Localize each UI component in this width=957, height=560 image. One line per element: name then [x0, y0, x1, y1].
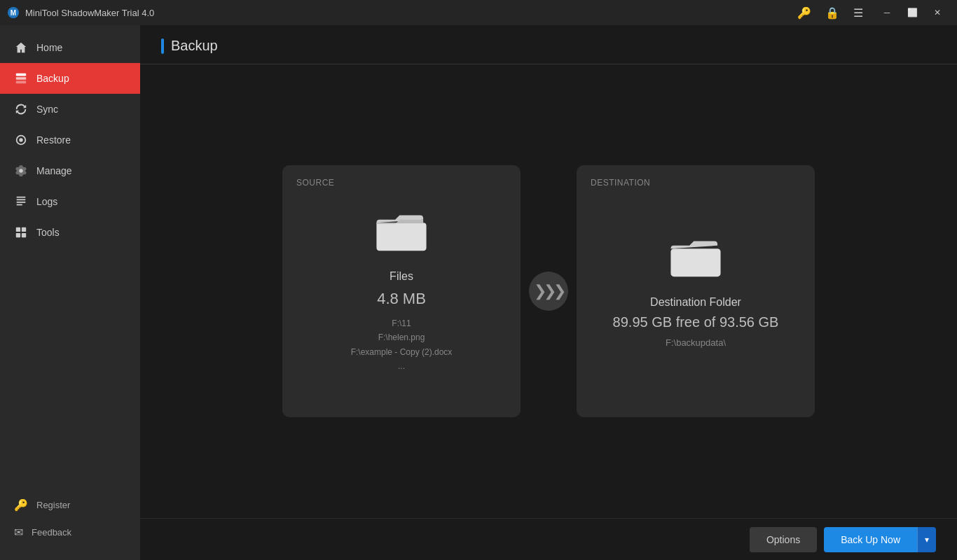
svg-rect-14: [16, 233, 20, 237]
backup-icon: [14, 71, 28, 85]
chevron-down-icon: ▾: [925, 535, 929, 545]
source-file-1: F:\11: [351, 316, 453, 330]
arrow-icon: ❯❯❯: [529, 272, 568, 311]
svg-rect-10: [17, 202, 26, 203]
svg-rect-3: [16, 77, 26, 80]
source-file-ellipsis: ...: [351, 359, 453, 373]
destination-card[interactable]: DESTINATION Destination Folder 89.95 GB …: [577, 165, 815, 417]
destination-folder-icon: [668, 235, 724, 284]
sidebar-item-backup[interactable]: Backup: [0, 63, 140, 94]
app-logo: M: [7, 6, 20, 19]
page-header: Backup: [140, 25, 957, 64]
source-folder-icon: [373, 209, 429, 258]
sidebar-item-logs-label: Logs: [36, 196, 57, 207]
backup-now-button[interactable]: Back Up Now: [824, 527, 917, 552]
sidebar-item-manage-label: Manage: [36, 165, 72, 176]
app-layout: Home Backup Sync: [0, 25, 957, 560]
register-label: Register: [36, 500, 70, 510]
svg-rect-15: [22, 233, 26, 237]
sidebar-item-restore-label: Restore: [36, 134, 71, 146]
tools-icon: [14, 225, 28, 239]
source-label: SOURCE: [296, 178, 334, 188]
svg-rect-2: [16, 74, 26, 76]
header-accent: [161, 38, 164, 54]
sidebar-item-sync-label: Sync: [36, 104, 58, 115]
sidebar-bottom: 🔑 Register ✉ Feedback: [0, 484, 140, 560]
arrow-connector: ❯❯❯: [521, 272, 577, 311]
svg-rect-13: [22, 227, 26, 232]
sidebar-item-register[interactable]: 🔑 Register: [0, 491, 140, 519]
svg-point-6: [19, 138, 22, 141]
sidebar-item-backup-label: Backup: [36, 73, 69, 84]
sidebar-item-logs[interactable]: Logs: [0, 186, 140, 217]
svg-rect-16: [670, 248, 720, 276]
source-file-2: F:\helen.png: [351, 330, 453, 344]
svg-rect-12: [16, 227, 20, 232]
source-type-label: Files: [390, 270, 413, 283]
home-icon: [14, 41, 28, 55]
source-file-3: F:\example - Copy (2).docx: [351, 345, 453, 359]
window-controls: ─ ⬜ ✕: [874, 0, 950, 25]
sidebar-item-sync[interactable]: Sync: [0, 94, 140, 125]
lock-icon[interactable]: 🔒: [822, 5, 842, 21]
restore-icon: [14, 133, 28, 147]
destination-path: F:\backupdata\: [666, 337, 726, 348]
titlebar: M MiniTool ShadowMaker Trial 4.0 🔑 🔒 ☰ ─…: [0, 0, 957, 25]
key-icon: 🔑: [14, 498, 28, 512]
source-card[interactable]: SOURCE Files 4.8 MB F:\11 F:\helen.: [282, 165, 521, 417]
backup-content: SOURCE Files 4.8 MB F:\11 F:\helen.: [140, 64, 957, 518]
options-button[interactable]: Options: [750, 527, 817, 552]
svg-rect-4: [16, 81, 26, 84]
footer-bar: Options Back Up Now ▾: [140, 518, 957, 560]
sidebar-item-tools[interactable]: Tools: [0, 217, 140, 248]
source-files: F:\11 F:\helen.png F:\example - Copy (2)…: [351, 316, 453, 374]
page-title: Backup: [171, 38, 218, 54]
svg-rect-11: [17, 204, 22, 206]
destination-type-label: Destination Folder: [650, 296, 741, 309]
svg-rect-8: [17, 197, 26, 198]
destination-label: DESTINATION: [591, 178, 650, 188]
close-button[interactable]: ✕: [925, 0, 950, 25]
nav-items: Home Backup Sync: [0, 25, 140, 484]
logs-icon: [14, 195, 28, 209]
sync-icon: [14, 102, 28, 116]
svg-rect-9: [17, 199, 26, 200]
menu-icon[interactable]: ☰: [851, 5, 866, 21]
sidebar: Home Backup Sync: [0, 25, 140, 560]
manage-icon: [14, 164, 28, 178]
backup-now-dropdown-button[interactable]: ▾: [917, 527, 936, 552]
mail-icon: ✉: [14, 526, 23, 539]
source-size: 4.8 MB: [377, 290, 426, 308]
sidebar-item-restore[interactable]: Restore: [0, 125, 140, 155]
feedback-label: Feedback: [32, 527, 71, 538]
sidebar-item-home-label: Home: [36, 42, 62, 53]
key-icon[interactable]: 🔑: [794, 5, 814, 21]
maximize-button[interactable]: ⬜: [900, 0, 925, 25]
main-content: Backup SOURCE Files 4.8 M: [140, 25, 957, 560]
sidebar-item-feedback[interactable]: ✉ Feedback: [0, 519, 140, 546]
destination-free-size: 89.95 GB free of 93.56 GB: [613, 314, 779, 330]
title-actions: 🔑 🔒 ☰: [794, 5, 866, 21]
backup-now-group: Back Up Now ▾: [824, 527, 936, 552]
app-title: MiniTool ShadowMaker Trial 4.0: [25, 8, 794, 18]
sidebar-item-manage[interactable]: Manage: [0, 155, 140, 186]
svg-text:M: M: [11, 9, 16, 17]
sidebar-item-home[interactable]: Home: [0, 32, 140, 63]
minimize-button[interactable]: ─: [874, 0, 900, 25]
sidebar-item-tools-label: Tools: [36, 227, 60, 238]
chevron-right-icon: ❯❯❯: [534, 282, 563, 300]
